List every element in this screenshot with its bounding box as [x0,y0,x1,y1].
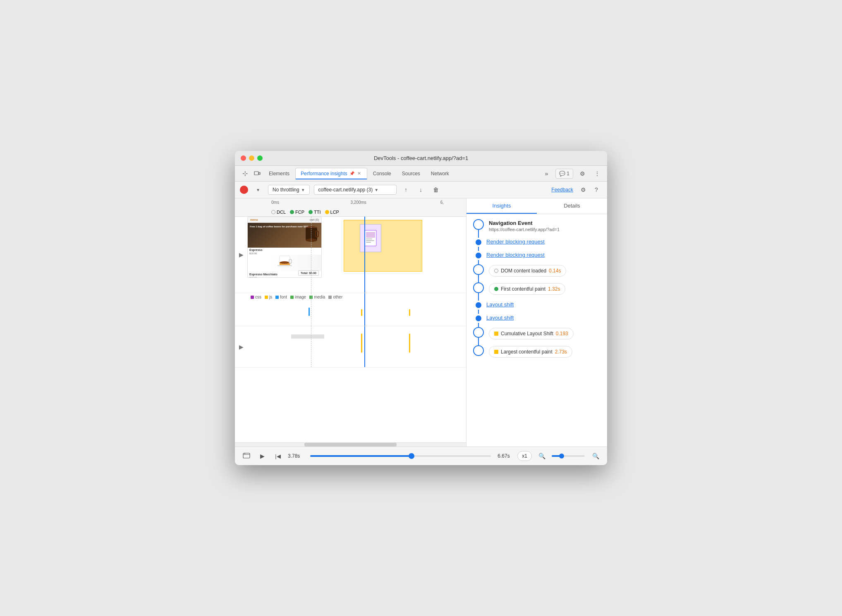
delete-icon[interactable]: 🗑 [431,184,441,195]
insight-render-blocking-2: Render blocking request [473,251,600,258]
svg-point-8 [280,261,289,264]
zoom-in-icon[interactable]: 🔍 [590,450,601,462]
scrollbar-thumb[interactable] [304,443,397,446]
svg-rect-10 [277,265,292,266]
maximize-button[interactable] [257,155,263,161]
playback-slider[interactable] [310,455,491,457]
timeline-panel: 0ms 3,200ms 6, DCL FCP [235,198,466,446]
css-color-icon [251,296,254,299]
minimize-button[interactable] [249,155,254,161]
tti-dot-icon [309,210,313,214]
speed-button[interactable]: x1 [517,451,532,461]
url-dropdown[interactable]: coffee-cart.netlify.app (3) ▼ [314,185,397,195]
upload-icon[interactable]: ↑ [401,184,411,195]
insights-body: Navigation Event https://coffee-cart.net… [466,214,607,446]
dcl-badge: DOM content loaded 0.14s [489,265,566,277]
cls-value: 0.193 [556,331,568,337]
tab-elements[interactable]: Elements [264,168,294,179]
record-dropdown-arrow[interactable]: ▼ [252,184,264,196]
insight-layout-shift-1: Layout shift [473,301,600,308]
legend-font: font [275,295,287,299]
legend-other: other [328,295,342,299]
third-grid-line [311,326,311,367]
device-toolbar-icon[interactable] [251,168,263,179]
render-blocking-link-2[interactable]: Render blocking request [486,252,545,258]
tab-sources[interactable]: Sources [397,168,425,179]
more-options-icon[interactable]: ⋮ [591,168,603,179]
legend-js: js [265,295,272,299]
yellow-bar-tall-2 [409,334,410,353]
throttling-arrow-icon: ▼ [301,188,305,192]
fcp-label: First contentful paint [501,286,545,292]
ls2-content: Layout shift [486,314,600,321]
record-button[interactable] [240,186,248,194]
render-blocking-link-1[interactable]: Render blocking request [486,239,545,245]
skip-back-icon[interactable]: |◀ [272,450,284,462]
lcp-overlay-block [344,220,422,272]
nav-title: Navigation Event [489,220,600,226]
layout-shift-link-2[interactable]: Layout shift [486,315,514,321]
image-color-icon [290,296,294,299]
insights-tabs: Insights Details [466,198,607,214]
fcp-green-dot-icon [494,287,498,291]
settings-icon[interactable]: ⚙ [576,168,588,179]
expand-arrow-left[interactable]: ▶ [235,217,247,293]
hero-text: Free 1 bag of coffee beans for purchase … [250,225,309,228]
expand-arrow-3[interactable]: ▶ [235,326,247,367]
layout-shift-link-1[interactable]: Layout shift [486,301,514,308]
tab-insights[interactable]: Insights [466,198,537,214]
settings-icon-2[interactable]: ⚙ [577,184,589,196]
other-color-icon [328,296,332,299]
tab-performance-insights[interactable]: Performance insights 📌 ✕ [295,168,367,180]
throttling-dropdown[interactable]: No throttling ▼ [268,185,310,195]
dcl-label: DOM content loaded [501,268,546,274]
timeline-header: 0ms 3,200ms 6, DCL FCP [235,198,466,217]
svg-rect-16 [243,453,250,458]
rb2-dot-icon [476,253,481,258]
tab-details[interactable]: Details [537,198,607,214]
tab-close-icon[interactable]: ✕ [356,171,362,176]
network-row: css js font [235,293,466,326]
toolbar-right-icons: ⚙ ? [577,184,602,196]
feedback-link[interactable]: Feedback [551,187,573,193]
toolbar: ▼ No throttling ▼ coffee-cart.netlify.ap… [235,181,607,198]
svg-rect-13 [366,239,372,239]
cls-badge: Cumulative Layout Shift 0.193 [489,328,574,339]
zoom-out-icon[interactable]: 🔍 [536,450,548,462]
insight-fcp: First contentful paint 1.32s [473,282,600,295]
zoom-thumb[interactable] [559,454,564,458]
play-button[interactable]: ▶ [256,450,268,462]
more-tabs-icon[interactable]: » [541,168,552,179]
url-arrow-icon: ▼ [374,188,378,192]
close-button[interactable] [241,155,246,161]
product1-name: Espresso [248,248,321,252]
js-bar-2 [409,309,410,316]
third-cursor [364,326,365,367]
playback-start-time: 3.78s [288,453,304,459]
main-content: 0ms 3,200ms 6, DCL FCP [235,198,607,446]
insights-panel: Insights Details Navigation Event https:… [466,198,607,446]
ls2-dot-icon [476,315,481,321]
font-color-icon [275,296,279,299]
insight-navigation-event: Navigation Event https://coffee-cart.net… [473,219,600,232]
chat-icon: 💬 [559,171,565,177]
chat-badge-button[interactable]: 💬 1 [555,169,573,179]
timeline-ruler: 0ms 3,200ms 6, [238,200,463,208]
lcp-value: 2.73s [555,349,567,355]
cursor-tool-icon[interactable]: ⊹ [239,168,251,179]
tab-pin-icon: 📌 [349,171,354,176]
lcp-square-icon [494,350,498,354]
download-icon[interactable]: ↓ [416,184,426,195]
ruler-start: 0ms [271,200,279,205]
screenshot-toggle-icon[interactable] [241,450,252,462]
playback-end-time: 6.67s [498,453,513,459]
legend-row: DCL FCP TTI LCP [238,210,463,215]
tab-console[interactable]: Console [368,168,396,179]
zoom-slider[interactable] [552,455,585,457]
tab-network[interactable]: Network [426,168,454,179]
timeline-scrollbar[interactable] [235,442,466,446]
playback-thumb[interactable] [409,453,414,459]
lcp-label: Largest contentful paint [501,349,553,355]
fcp-badge: First contentful paint 1.32s [489,283,565,295]
help-icon[interactable]: ? [591,184,602,196]
